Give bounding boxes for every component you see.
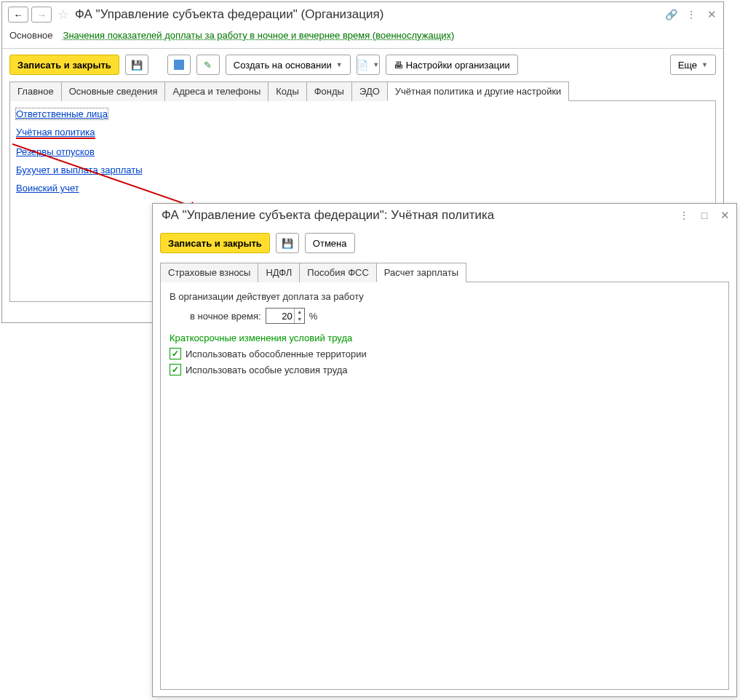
spin-down-icon[interactable]: ▼ (295, 316, 305, 323)
link-vacation-reserves[interactable]: Резервы отпусков (16, 146, 95, 157)
nav-forward-button[interactable]: → (31, 7, 52, 23)
edit-button[interactable] (196, 55, 220, 75)
tab-accounting-policy[interactable]: Учётная политика и другие настройки (387, 81, 570, 101)
nav-back-button[interactable]: ← (8, 7, 28, 23)
save-button[interactable]: 💾 (276, 233, 299, 253)
sub-tabs: Страховые взносы НДФЛ Пособия ФСС Расчет… (160, 262, 729, 282)
printer-icon: 🖶 (394, 60, 403, 71)
chevron-down-icon: ▼ (701, 61, 708, 68)
window-title: ФА "Управление субъекта федерации" (Орга… (75, 7, 656, 22)
main-titlebar: ← → ☆ ФА "Управление субъекта федерации"… (2, 2, 723, 25)
spin-up-icon[interactable]: ▲ (295, 309, 305, 316)
save-close-button[interactable]: Записать и закрыть (160, 233, 270, 253)
tab-funds[interactable]: Фонды (306, 81, 352, 101)
tab-main[interactable]: Главное (9, 81, 62, 101)
night-time-row: в ночное время: ▲ ▼ % (190, 308, 720, 324)
tab-salary-calc[interactable]: Расчет зарплаты (376, 263, 466, 282)
document-icon (174, 60, 184, 70)
attachments-button[interactable]: ▼ (357, 55, 380, 75)
kebab-menu-icon[interactable]: ⋮ (678, 210, 690, 221)
link-icon[interactable]: 🔗 (665, 9, 677, 20)
kebab-menu-icon[interactable]: ⋮ (685, 9, 697, 20)
salary-calc-panel: В организации действует доплата за работ… (160, 282, 729, 690)
save-close-button[interactable]: Записать и закрыть (9, 55, 119, 75)
main-toolbar: Записать и закрыть 💾 Создать на основани… (2, 49, 723, 81)
link-responsible-persons[interactable]: Ответственные лица (16, 108, 108, 119)
org-settings-button[interactable]: 🖶 Настройки организации (386, 55, 518, 75)
create-based-button[interactable]: Создать на основании▼ (226, 55, 351, 75)
checkbox-row-conditions: ✓ Использовать особые условия труда (170, 364, 720, 375)
tab-addresses[interactable]: Адреса и телефоны (164, 81, 268, 101)
checkbox-row-territories: ✓ Использовать обособленные территории (170, 348, 720, 359)
tab-edo[interactable]: ЭДО (351, 81, 388, 101)
org-settings-label: Настройки организации (406, 60, 510, 71)
settings-link-list: Ответственные лица Учётная политика Резе… (16, 108, 709, 194)
short-term-changes-title: Краткосрочные изменения условий труда (170, 333, 720, 343)
tab-insurance[interactable]: Страховые взносы (160, 263, 258, 282)
nav-indicators-link[interactable]: Значения показателей доплаты за работу в… (63, 30, 455, 41)
tab-basic-info[interactable]: Основные сведения (61, 81, 166, 101)
floppy-icon: 💾 (282, 238, 293, 249)
document-button[interactable] (167, 55, 191, 75)
maximize-icon[interactable]: □ (699, 210, 710, 221)
spinner-buttons: ▲ ▼ (294, 309, 305, 323)
sub-body: Записать и закрыть 💾 Отмена Страховые вз… (153, 226, 736, 697)
pencil-icon (204, 60, 212, 71)
tab-benefits[interactable]: Пособия ФСС (299, 263, 376, 282)
sub-titlebar: ФА "Управление субъекта федерации": Учёт… (153, 204, 736, 226)
tab-codes[interactable]: Коды (268, 81, 306, 101)
close-icon[interactable]: ✕ (706, 8, 717, 21)
floppy-icon: 💾 (131, 60, 143, 71)
accounting-policy-window: ФА "Управление субъекта федерации": Учёт… (152, 203, 737, 697)
link-accounting-policy[interactable]: Учётная политика (16, 127, 95, 139)
percent-label: % (309, 311, 318, 322)
sub-toolbar: Записать и закрыть 💾 Отмена (160, 233, 729, 259)
favorite-star-icon[interactable]: ☆ (57, 7, 69, 23)
chevron-down-icon: ▼ (336, 61, 343, 68)
tab-ndfl[interactable]: НДФЛ (258, 263, 300, 282)
checkbox-territories[interactable]: ✓ (170, 348, 181, 359)
folder-icon (357, 60, 368, 71)
main-tabs: Главное Основные сведения Адреса и телеф… (9, 81, 716, 101)
create-based-label: Создать на основании (234, 60, 332, 71)
chevron-down-icon: ▼ (373, 61, 379, 68)
nav-strip: Основное Значения показателей доплаты за… (2, 25, 723, 49)
link-military-record[interactable]: Воинский учет (16, 183, 79, 194)
extra-pay-heading: В организации действует доплата за работ… (170, 291, 720, 302)
link-accounting-payroll[interactable]: Бухучет и выплата зарплаты (16, 164, 143, 175)
night-time-input[interactable] (266, 311, 294, 322)
checkbox-territories-label: Использовать обособленные территории (186, 349, 367, 359)
checkbox-conditions-label: Использовать особые условия труда (186, 365, 348, 375)
more-button[interactable]: Еще▼ (670, 55, 716, 75)
checkbox-conditions[interactable]: ✓ (170, 364, 181, 375)
sub-window-title: ФА "Управление субъекта федерации": Учёт… (159, 208, 669, 223)
cancel-button[interactable]: Отмена (305, 233, 355, 253)
nav-main[interactable]: Основное (9, 30, 53, 41)
save-button[interactable]: 💾 (125, 55, 148, 75)
more-label: Еще (678, 60, 697, 71)
night-time-label: в ночное время: (190, 311, 261, 322)
night-time-spinner[interactable]: ▲ ▼ (266, 308, 305, 324)
close-icon[interactable]: ✕ (719, 209, 731, 222)
